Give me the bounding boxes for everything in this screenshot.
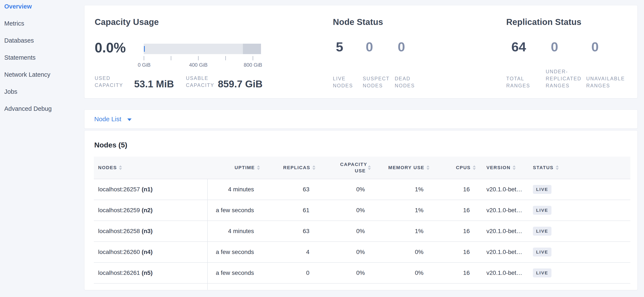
capacity-bar-used-marker bbox=[144, 46, 145, 52]
sidebar: Overview Metrics Databases Statements Ne… bbox=[0, 0, 81, 119]
memory-use-cell: 1% bbox=[371, 221, 430, 241]
node-name-cell[interactable]: localhost:26259(n2) bbox=[94, 200, 208, 221]
status-cell: LIVE bbox=[529, 200, 630, 221]
nodes-table-header: NODES UPTIME REPLICAS CAPACITY USE MEMOR… bbox=[94, 157, 630, 179]
node-name-cell[interactable]: localhost:26260(n4) bbox=[94, 242, 208, 262]
column-header-label: MEMORY USE bbox=[388, 165, 424, 170]
first-column-divider-stub bbox=[94, 284, 208, 290]
status-badge: LIVE bbox=[533, 248, 552, 257]
version-cell: v20.1.0-bet… bbox=[476, 221, 529, 241]
version-cell: v20.1.0-bet… bbox=[476, 179, 529, 200]
memory-use-cell: 1% bbox=[371, 200, 430, 221]
status-badge: LIVE bbox=[533, 269, 552, 278]
status-cell: LIVE bbox=[529, 263, 630, 283]
capacity-usage-section: Capacity Usage 0.0% 0 GiB 400 GiB 800 Gi… bbox=[95, 5, 332, 99]
total-ranges-label: TOTAL RANGES bbox=[506, 75, 534, 89]
capacity-bar bbox=[144, 44, 261, 54]
unavailable-ranges-stat: 0 UNAVAILABLE RANGES bbox=[586, 5, 638, 99]
capacity-usage-title: Capacity Usage bbox=[95, 17, 159, 27]
replication-status-section: Replication Status 64 TOTAL RANGES 0 UND… bbox=[506, 5, 638, 99]
suspect-nodes-value: 0 bbox=[366, 39, 373, 54]
replicas-cell: 0 bbox=[260, 263, 316, 283]
status-badge: LIVE bbox=[533, 206, 552, 215]
axis-tick bbox=[171, 56, 171, 60]
suspect-nodes-stat: 0 SUSPECT NODES bbox=[363, 5, 395, 99]
column-header-replicas[interactable]: REPLICAS bbox=[260, 157, 316, 179]
sidebar-item-jobs[interactable]: Jobs bbox=[4, 85, 81, 102]
uptime-cell: a few seconds bbox=[208, 263, 260, 283]
sidebar-item-network-latency[interactable]: Network Latency bbox=[4, 68, 81, 85]
column-header-label: UPTIME bbox=[234, 165, 255, 170]
usable-capacity-label: USABLE CAPACITY bbox=[186, 75, 218, 89]
column-header-version[interactable]: VERSION bbox=[476, 157, 529, 179]
table-row: localhost:26260(n4) a few seconds 4 0% 0… bbox=[94, 242, 630, 263]
cpus-cell: 16 bbox=[430, 263, 476, 283]
table-row: localhost:26261(n5) a few seconds 0 0% 0… bbox=[94, 263, 630, 284]
cpus-cell: 16 bbox=[430, 242, 476, 262]
capacity-bar-reserved-segment bbox=[243, 44, 261, 54]
sort-icon[interactable] bbox=[556, 165, 559, 170]
column-header-nodes[interactable]: NODES bbox=[94, 157, 208, 179]
nodes-table-card: Nodes (5) NODES UPTIME REPLICAS CAPACITY… bbox=[84, 130, 638, 290]
replicas-cell: 63 bbox=[260, 221, 316, 241]
column-header-capacity-use[interactable]: CAPACITY USE bbox=[316, 157, 371, 179]
column-header-uptime[interactable]: UPTIME bbox=[208, 157, 260, 179]
cpus-cell: 16 bbox=[430, 221, 476, 241]
status-badge: LIVE bbox=[533, 227, 552, 236]
node-name-cell[interactable]: localhost:26257(n1) bbox=[94, 179, 208, 200]
sidebar-item-overview[interactable]: Overview bbox=[4, 0, 81, 17]
node-list-dropdown-label: Node List bbox=[94, 115, 121, 123]
sort-icon[interactable] bbox=[119, 165, 122, 170]
column-header-label: REPLICAS bbox=[283, 165, 310, 170]
version-cell: v20.1.0-bet… bbox=[476, 200, 529, 221]
sort-icon[interactable] bbox=[257, 165, 260, 170]
node-name-cell[interactable]: localhost:26261(n5) bbox=[94, 263, 208, 283]
column-header-memory-use[interactable]: MEMORY USE bbox=[371, 157, 430, 179]
table-row: localhost:26257(n1) 4 minutes 63 0% 1% 1… bbox=[94, 179, 630, 200]
sidebar-item-advanced-debug[interactable]: Advanced Debug bbox=[4, 102, 81, 119]
node-list-dropdown[interactable]: Node List bbox=[84, 110, 638, 128]
status-cell: LIVE bbox=[529, 179, 630, 200]
version-cell: v20.1.0-bet… bbox=[476, 263, 529, 283]
column-header-label: NODES bbox=[98, 165, 117, 170]
node-name-cell[interactable]: localhost:26258(n3) bbox=[94, 221, 208, 241]
sort-icon[interactable] bbox=[513, 165, 516, 170]
replicas-cell: 4 bbox=[260, 242, 316, 262]
live-nodes-stat: 5 LIVE NODES bbox=[333, 5, 363, 99]
node-status-section: Node Status 5 LIVE NODES 0 SUSPECT NODES… bbox=[333, 5, 504, 99]
uptime-cell: 4 minutes bbox=[208, 179, 260, 200]
sort-icon[interactable] bbox=[473, 165, 476, 170]
capacity-use-cell: 0% bbox=[316, 200, 371, 221]
dead-nodes-value: 0 bbox=[398, 39, 405, 54]
status-cell: LIVE bbox=[529, 221, 630, 241]
capacity-percent: 0.0% bbox=[95, 40, 126, 56]
sidebar-item-databases[interactable]: Databases bbox=[4, 34, 81, 51]
capacity-use-cell: 0% bbox=[316, 263, 371, 283]
usable-capacity-value: 859.7 GiB bbox=[218, 79, 263, 89]
capacity-stats: USED CAPACITY 53.1 MiB USABLE CAPACITY 8… bbox=[95, 75, 262, 89]
sidebar-item-metrics[interactable]: Metrics bbox=[4, 17, 81, 34]
cpus-cell: 16 bbox=[430, 200, 476, 221]
used-capacity-label: USED CAPACITY bbox=[95, 75, 134, 89]
under-replicated-ranges-label: UNDER-REPLICATED RANGES bbox=[546, 68, 588, 89]
memory-use-cell: 1% bbox=[371, 179, 430, 200]
column-header-label: CPUS bbox=[456, 165, 471, 170]
table-row: localhost:26259(n2) a few seconds 61 0% … bbox=[94, 200, 630, 221]
status-badge: LIVE bbox=[533, 185, 552, 194]
total-ranges-stat: 64 TOTAL RANGES bbox=[506, 5, 546, 99]
live-nodes-label: LIVE NODES bbox=[333, 75, 356, 89]
used-capacity-value: 53.1 MiB bbox=[134, 79, 174, 89]
uptime-cell: a few seconds bbox=[208, 200, 260, 221]
sidebar-item-statements[interactable]: Statements bbox=[4, 51, 81, 68]
sort-icon[interactable] bbox=[368, 165, 371, 170]
suspect-nodes-label: SUSPECT NODES bbox=[363, 75, 392, 89]
sort-icon[interactable] bbox=[426, 165, 430, 170]
column-header-label: VERSION bbox=[486, 165, 510, 170]
sort-icon[interactable] bbox=[312, 165, 316, 170]
under-replicated-ranges-stat: 0 UNDER-REPLICATED RANGES bbox=[546, 5, 586, 99]
nodes-section-title: Nodes (5) bbox=[94, 141, 127, 149]
axis-tick bbox=[144, 56, 144, 60]
column-header-cpus[interactable]: CPUS bbox=[430, 157, 476, 179]
overview-page: Overview Metrics Databases Statements Ne… bbox=[0, 0, 644, 297]
column-header-status[interactable]: STATUS bbox=[529, 157, 630, 179]
